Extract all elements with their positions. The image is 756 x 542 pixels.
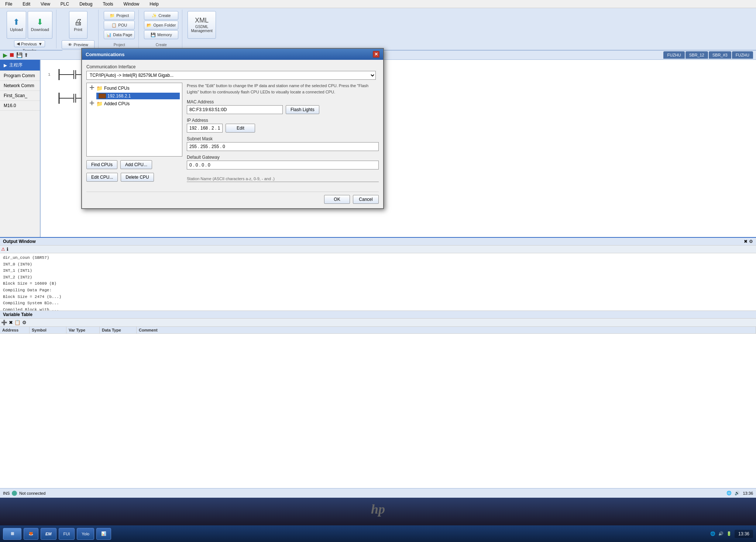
cpu-chip-icon	[99, 93, 106, 99]
preview-icon: 👁	[68, 42, 72, 47]
tab-fuzhu-2[interactable]: FUZHU	[732, 51, 753, 59]
cancel-button[interactable]: Cancel	[353, 195, 379, 204]
nav-item-m160[interactable]: M16.0	[0, 101, 40, 111]
memory-button[interactable]: 💾 Memory	[144, 30, 178, 39]
ip-address-row: 192 . 168 . 2 . 1 Edit	[187, 124, 379, 133]
play-button[interactable]: ▶	[3, 52, 7, 59]
pou-label: POU	[118, 23, 127, 27]
menu-debug[interactable]: Debug	[77, 1, 94, 7]
var-sort-button[interactable]: 📋	[14, 320, 21, 325]
menu-window[interactable]: Window	[121, 1, 142, 7]
menu-view[interactable]: View	[38, 1, 52, 7]
ribbon-transfer-section: ⬆ Upload ⬇ Download ◀ Previous ▼ Transfe…	[3, 10, 56, 48]
menu-help[interactable]: Help	[147, 1, 161, 7]
output-info-button[interactable]: ℹ	[7, 247, 8, 252]
edit-cpu-button[interactable]: Edit CPU...	[86, 173, 118, 182]
taskbar-em-button[interactable]: EM	[41, 528, 56, 540]
edit-ip-button[interactable]: Edit	[226, 124, 255, 133]
gsdml-label: GSDML	[195, 25, 209, 29]
dialog-right: Press the "Edit" button to change the IP…	[187, 83, 379, 186]
interface-row: TCP/IP(Auto) -> Intel(R) 82579LM Gigab..…	[86, 71, 379, 80]
create-section-label: Create	[156, 43, 167, 47]
find-cpus-button[interactable]: Find CPUs	[86, 160, 117, 169]
menu-plc[interactable]: PLC	[58, 1, 71, 7]
save-button[interactable]: 💾	[16, 52, 23, 58]
print-button[interactable]: 🖨 Print	[69, 11, 87, 39]
dialog-titlebar: Communications ✕	[82, 49, 383, 60]
dialog-section-label: Communication Interface	[86, 64, 379, 69]
previous-button[interactable]: ◀ Previous ▼	[14, 40, 45, 47]
project-label: Project	[116, 13, 129, 18]
taskbar-chart-button[interactable]: 📊	[96, 528, 111, 540]
menu-tools[interactable]: Tools	[101, 1, 116, 7]
upload-button[interactable]: ⬆ Upload	[7, 11, 26, 39]
output-line-4: INT_2 (INT2)	[3, 274, 753, 281]
stop-button[interactable]: ⏹	[9, 52, 15, 58]
previous-label: Previous	[21, 42, 37, 46]
upload-toolbar-button[interactable]: ⬆	[24, 52, 28, 58]
nav-item-first-scan[interactable]: First_Scan_	[0, 91, 40, 101]
menu-file[interactable]: File	[3, 1, 14, 7]
added-cpus-folder-icon: 📁	[96, 101, 103, 107]
start-button[interactable]: ⊞	[3, 528, 21, 540]
delete-cpu-button[interactable]: Delete CPU	[121, 173, 154, 182]
tab-sbr12[interactable]: SBR_12	[685, 51, 708, 59]
project-icon: 📁	[110, 13, 115, 18]
var-delete-button[interactable]: ✖	[9, 320, 13, 325]
project-button[interactable]: 📁 Project	[104, 11, 135, 20]
output-settings-button[interactable]: ⚙	[749, 239, 753, 244]
dialog-close-button[interactable]: ✕	[373, 51, 379, 58]
mac-address-group: MAC Address 8C:F3:19:63:51:0D Flash Ligh…	[187, 99, 379, 114]
tab-fuzhu-1[interactable]: FUZHU	[663, 51, 684, 59]
download-button[interactable]: ⬇ Download	[28, 11, 52, 39]
cpu-item-192168[interactable]: 192.168.2.1	[96, 93, 180, 99]
output-clear-button[interactable]: ✖	[744, 239, 748, 244]
nav-main-label: 主程序	[9, 62, 23, 68]
taskbar-yolo-button[interactable]: Yolo	[77, 528, 94, 540]
var-settings-button[interactable]: ⚙	[22, 320, 27, 325]
management-label: Management	[191, 29, 212, 33]
project-btn-group: 📁 Project 📋 POU 📊 Data Page	[104, 11, 135, 39]
nav-first-scan-label: First_Scan_	[4, 93, 27, 98]
output-error-button[interactable]: ⚠	[1, 247, 5, 252]
dialog-footer-buttons: OK Cancel	[86, 192, 379, 204]
taskbar-battery-icon: 🔋	[726, 531, 732, 536]
flash-lights-button[interactable]: Flash Lights	[286, 105, 319, 114]
mac-address-field: 8C:F3:19:63:51:0D	[187, 105, 283, 114]
right-tabs-container: FUZHU SBR_12 SBR_#3 FUZHU	[663, 51, 753, 59]
network-icon: 🌐	[726, 491, 732, 495]
create-button[interactable]: ✨ Create	[144, 11, 178, 20]
output-toolbar: ⚠ ℹ	[0, 246, 756, 253]
tab-sbr3[interactable]: SBR_#3	[709, 51, 731, 59]
station-name-field[interactable]: Station Name (ASCII characters a-z, 0-9,…	[187, 173, 379, 182]
interface-select[interactable]: TCP/IP(Auto) -> Intel(R) 82579LM Gigab..…	[86, 71, 376, 80]
pou-button[interactable]: 📋 POU	[104, 21, 135, 30]
nav-item-program-comm[interactable]: Program Comm	[0, 71, 40, 81]
open-folder-button[interactable]: 📂 Open Folder	[144, 21, 178, 30]
ok-button[interactable]: OK	[324, 195, 350, 204]
fui-label: FUI	[63, 532, 70, 536]
default-gateway-label: Default Gateway	[187, 155, 379, 160]
download-label: Download	[31, 27, 49, 32]
gsdml-button[interactable]: XML GSDML Management	[188, 11, 216, 39]
variable-table-toolbar: ➕ ✖ 📋 ⚙	[0, 319, 756, 327]
nav-item-network-comm[interactable]: Network Comm	[0, 81, 40, 91]
add-cpu-button[interactable]: Add CPU...	[120, 160, 152, 169]
taskbar-clock: 13:36	[735, 530, 753, 538]
added-cpus-section[interactable]: 📁 Added CPUs	[89, 101, 180, 107]
found-cpus-section[interactable]: 📁 Found CPUs	[89, 85, 180, 91]
create-label: Create	[158, 13, 171, 18]
dialog-body: Communication Interface TCP/IP(Auto) -> …	[82, 60, 383, 208]
output-header-buttons: ✖ ⚙	[744, 239, 753, 244]
taskbar-volume-icon: 🔊	[718, 531, 724, 536]
clock: 13:36	[743, 491, 753, 495]
data-page-button[interactable]: 📊 Data Page	[104, 30, 135, 39]
nav-network-comm-label: Network Comm	[4, 83, 34, 88]
taskbar-firefox-button[interactable]: 🦊	[24, 528, 38, 540]
print-btn-group: 🖨 Print	[69, 11, 87, 39]
upload-label: Upload	[10, 27, 23, 32]
menu-edit[interactable]: Edit	[20, 1, 32, 7]
var-add-button[interactable]: ➕	[1, 320, 7, 325]
nav-item-main[interactable]: ▶ 主程序	[0, 60, 40, 71]
taskbar-fui-button[interactable]: FUI	[59, 528, 75, 540]
